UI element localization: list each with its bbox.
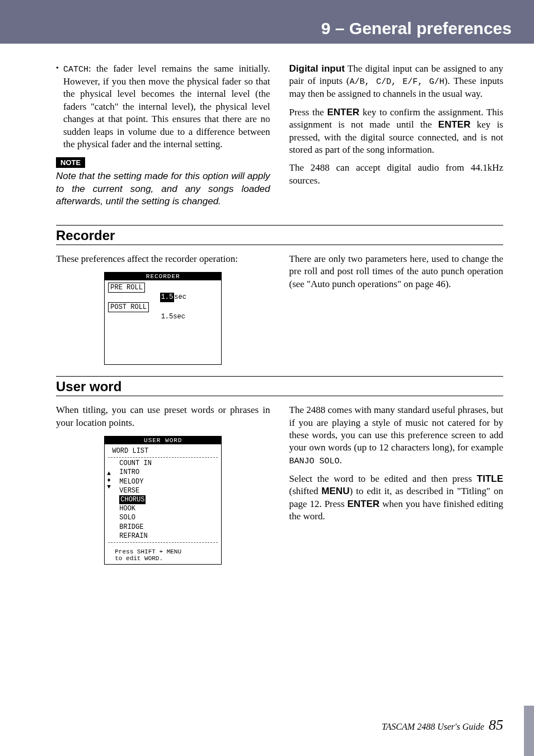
word-list-item: BRIDGE [119,523,218,532]
catch-body: : the fader level remains the same initi… [63,63,270,149]
userword-right-p2: Select the word to be edited and then pr… [289,473,504,523]
recorder-lcd: RECORDER PRE ROLL 1.5sec POST ROLL 1.5se… [104,272,222,365]
word-list-item: SOLO [119,513,218,522]
digital-input-p3: The 2488 can accept digital audio from 4… [289,162,504,187]
recorder-lcd-body: PRE ROLL 1.5sec POST ROLL 1.5sec [105,280,221,364]
recorder-columns: These preferences affect the recorder op… [56,253,503,365]
catch-term: CATCH [63,65,88,74]
note-badge: NOTE [56,157,85,168]
recorder-heading: Recorder [56,228,503,243]
note-text: Note that the setting made for this opti… [56,170,270,208]
userword-left-p: When titling, you can use preset words o… [56,404,270,429]
userword-heading: User word [56,379,503,395]
catch-bullet: • CATCH: the fader level remains the sam… [56,63,270,151]
recorder-left-p: These preferences affect the recorder op… [56,253,270,265]
uw-p2a: Select the word to be edited and then pr… [289,473,477,484]
userword-right-p1: The 2488 comes with many standard useful… [289,404,504,467]
section-rule-thin [56,245,503,245]
userword-left: When titling, you can use preset words o… [56,404,270,565]
footer-tab [524,706,534,756]
digital-input-label: Digital input [289,63,345,74]
preroll-label: PRE ROLL [108,283,145,293]
header-band: 9 – General preferences [0,0,534,44]
content: • CATCH: the fader level remains the sam… [0,44,534,565]
digital-input-p2: Press the ENTER key to confirm the assig… [289,106,504,157]
enter-key-1: ENTER [327,107,359,118]
userword-lcd: USER WORD WORD LIST ▲♦▼ COUNT ININTROMEL… [104,436,222,565]
word-list-item: REFRAIN [119,532,218,541]
recorder-right: There are only two parameters here, used… [289,253,504,365]
title-key: TITLE [477,473,503,484]
preroll-row: PRE ROLL [108,283,218,293]
footer-text: TASCAM 2488 User's Guide [382,722,484,731]
top-columns: • CATCH: the fader level remains the sam… [56,63,503,214]
recorder-lcd-title: RECORDER [105,273,221,280]
chapter-title: 9 – General preferences [321,19,512,38]
section-rule-thin-2 [56,396,503,396]
arrow-indicator-icon: ▲♦▼ [107,470,111,490]
uw-p2b: (shifted [289,486,322,496]
section-rule [56,225,503,226]
catch-text: CATCH: the fader level remains the same … [63,63,270,151]
wordlist-subtitle: WORD LIST [112,447,148,455]
footer: TASCAM 2488 User's Guide 85 [382,717,503,734]
preroll-value: 1.5 [160,293,175,302]
userword-right: The 2488 comes with many standard useful… [289,404,504,565]
postroll-label: POST ROLL [108,302,149,312]
enter-key-2: ENTER [438,119,471,130]
menu-key: MENU [321,486,349,496]
di-p2a: Press the [289,107,327,118]
lcd-separator-2 [108,542,218,543]
wordlist-subtitle-row: WORD LIST [108,447,218,456]
section-rule-2 [56,376,503,377]
lcd-hint2: to edit WORD. [115,555,218,562]
bullet-dot-icon: • [56,63,59,151]
word-list-item: VERSE [119,486,218,495]
top-left-column: • CATCH: the fader level remains the sam… [56,63,270,214]
postroll-row: POST ROLL [108,302,218,312]
lcd-hint1: Press SHIFT + MENU [115,548,218,555]
preroll-unit: sec [174,293,186,301]
userword-lcd-title: USER WORD [105,436,221,444]
preroll-value-row: 1.5sec [108,293,218,302]
word-list-item: MELODY [119,477,218,486]
page-number: 85 [489,717,503,733]
page: 9 – General preferences • CATCH: the fad… [0,0,534,756]
userword-columns: When titling, you can use preset words o… [56,404,503,565]
word-list-item: HOOK [119,504,218,513]
postroll-value: 1.5sec [161,313,185,321]
word-list-item: INTRO [119,468,218,477]
uw-p1a: The 2488 comes with many standard useful… [289,405,504,453]
postroll-value-row: 1.5sec [108,312,218,321]
top-right-column: Digital input The digital input can be a… [289,63,504,214]
word-list-item: COUNT IN [119,459,218,468]
recorder-right-p: There are only two parameters here, used… [289,253,504,290]
lcd-separator [108,457,218,458]
enter-key-3: ENTER [347,499,380,509]
recorder-left: These preferences affect the recorder op… [56,253,270,365]
uw-p1b: . [340,455,342,466]
word-list-item: CHORUS [119,495,218,504]
di-pairs: A/B, C/D, E/F, G/H [349,77,444,87]
userword-lcd-body: WORD LIST ▲♦▼ COUNT ININTROMELODYVERSECH… [105,444,221,564]
digital-input-p1: Digital input The digital input can be a… [289,63,504,101]
word-list: COUNT ININTROMELODYVERSECHORUSHOOKSOLOBR… [119,459,218,541]
uw-example: BANJO SOLO [289,457,340,466]
